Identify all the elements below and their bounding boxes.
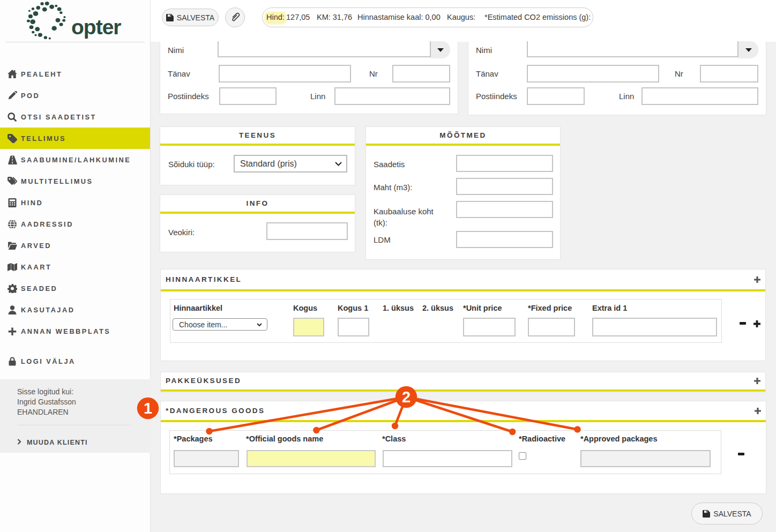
svg-text:opter: opter [71, 16, 121, 39]
